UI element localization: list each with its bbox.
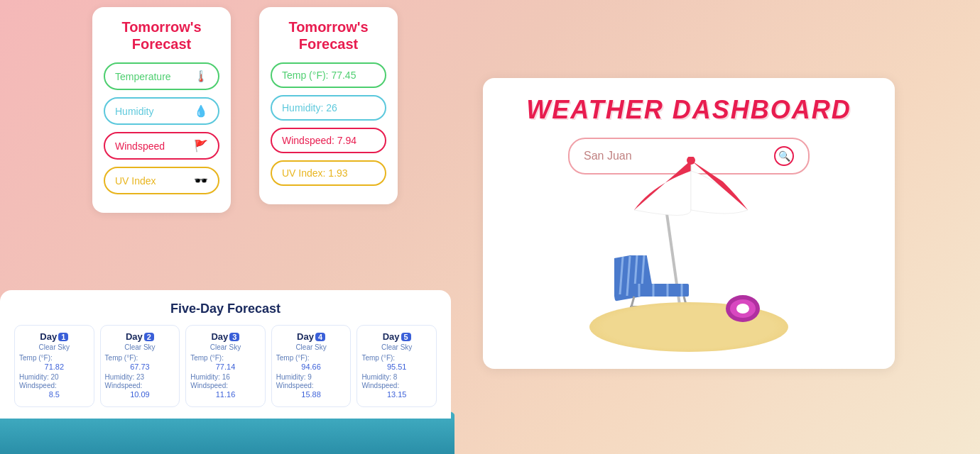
windspeed-row: Windspeed 🚩 [104,132,219,160]
uvindex-icon: 🕶️ [194,174,208,187]
right-windspeed-row: Windspeed: 7.94 [271,128,386,153]
day-windspeed-label-1: Windspeed: [19,382,89,389]
right-card-title: Tomorrow's Forecast [271,18,386,52]
day-temp-label-3: Temp (°F): [190,354,261,362]
day-col-3: Day 3 Clear Sky Temp (°F): 77.14 Humidit… [185,325,266,407]
dashboard-title: Weather Dashboard [526,95,851,125]
day-num-5: 5 [401,333,411,341]
umbrella-canopy [631,157,751,221]
humidity-label: Humidity [115,106,153,117]
day-temp-label-1: Temp (°F): [19,354,89,362]
uvindex-label: UV Index [115,175,156,187]
windspeed-icon: 🚩 [194,139,208,153]
day-sky-5: Clear Sky [361,343,432,351]
day-num-1: 1 [58,333,68,341]
day-col-2: Day 2 Clear Sky Temp (°F): 67.73 Humidit… [100,325,180,407]
day-temp-label-5: Temp (°F): [361,354,432,362]
search-value: San Juan [584,150,632,162]
right-temperature-label: Temp (°F): 77.45 [282,70,356,81]
day-header-3: Day 3 [190,331,261,342]
right-humidity-label: Humidity: 26 [282,102,337,114]
forecast-card-right: Tomorrow's Forecast Temp (°F): 77.45 Hum… [259,7,398,204]
temperature-label: Temperature [115,71,171,82]
right-uvindex-label: UV Index: 1.93 [282,167,348,179]
day-humidity-label-3: Humidity: 16 [190,373,261,381]
day-humidity-label-5: Humidity: 8 [361,373,432,381]
day-sky-1: Clear Sky [19,343,89,351]
day-windspeed-2: 10.09 [105,390,175,399]
day-col-4: Day 4 Clear Sky Temp (°F): 94.66 Humidit… [271,325,352,407]
day-header-5: Day 5 [361,331,432,342]
day-header-2: Day 2 [105,331,175,342]
day-windspeed-label-5: Windspeed: [361,382,432,389]
day-label-5: Day [383,331,400,342]
day-temp-3: 77.14 [190,362,261,371]
day-humidity-label-4: Humidity: 9 [276,373,347,381]
day-num-4: 4 [315,333,325,341]
day-humidity-label-2: Humidity: 23 [105,373,175,381]
day-label-1: Day [40,331,57,342]
day-windspeed-4: 15.88 [276,390,347,399]
temperature-icon: 🌡️ [194,70,208,83]
floatie-inner [736,304,749,314]
day-sky-3: Clear Sky [190,343,261,351]
day-col-5: Day 5 Clear Sky Temp (°F): 95.51 Humidit… [356,325,437,407]
beach-scene [575,196,802,352]
day-windspeed-label-4: Windspeed: [276,382,347,389]
day-sky-2: Clear Sky [105,343,175,351]
day-windspeed-3: 11.16 [190,390,261,399]
day-windspeed-label-3: Windspeed: [190,382,261,389]
right-humidity-row: Humidity: 26 [271,95,386,121]
day-temp-label-2: Temp (°F): [105,354,175,362]
day-num-2: 2 [144,333,154,341]
day-temp-1: 71.82 [19,362,89,371]
day-temp-5: 95.51 [361,362,432,371]
day-temp-2: 67.73 [105,362,175,371]
day-columns: Day 1 Clear Sky Temp (°F): 71.82 Humidit… [14,325,437,407]
windspeed-label: Windspeed [115,140,165,152]
day-windspeed-1: 8.5 [19,390,89,399]
forecast-card-left: Tomorrow's Forecast Temperature 🌡️ Humid… [92,7,231,213]
temperature-row: Temperature 🌡️ [104,62,219,90]
day-humidity-label-1: Humidity: 20 [19,373,89,381]
day-temp-label-4: Temp (°F): [276,354,347,362]
day-windspeed-5: 13.15 [361,390,432,399]
five-day-title: Five-Day Forecast [14,301,437,316]
search-icon[interactable]: 🔍 [774,146,794,166]
right-windspeed-label: Windspeed: 7.94 [282,135,356,146]
day-windspeed-label-2: Windspeed: [105,382,175,389]
svg-rect-6 [632,284,689,297]
humidity-row: Humidity 💧 [104,97,219,125]
day-label-3: Day [211,331,228,342]
floatie [726,295,760,322]
five-day-card: Five-Day Forecast Day 1 Clear Sky Temp (… [0,290,451,419]
uvindex-row: UV Index 🕶️ [104,167,219,194]
right-temperature-row: Temp (°F): 77.45 [271,62,386,88]
day-col-1: Day 1 Clear Sky Temp (°F): 71.82 Humidit… [14,325,94,407]
left-card-title: Tomorrow's Forecast [104,18,219,52]
day-header-1: Day 1 [19,331,89,342]
humidity-icon: 💧 [194,104,208,118]
day-label-2: Day [126,331,143,342]
day-temp-4: 94.66 [276,362,347,371]
day-num-3: 3 [229,333,239,341]
day-header-4: Day 4 [276,331,347,342]
day-label-4: Day [297,331,314,342]
right-uvindex-row: UV Index: 1.93 [271,160,386,186]
dashboard-card: Weather Dashboard San Juan 🔍 [483,78,895,369]
day-sky-4: Clear Sky [276,343,347,351]
